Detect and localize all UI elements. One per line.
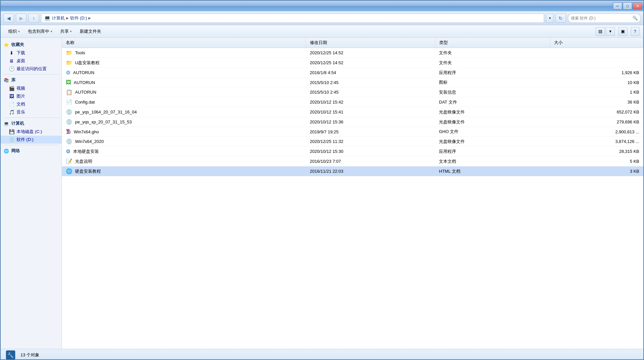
file-type-cell: 图标	[435, 78, 550, 87]
table-row[interactable]: ⚙ 本地硬盘安装 2020/10/12 15:30 应用程序 28,315 KB	[62, 147, 643, 157]
col-date-header[interactable]: 修改日期	[306, 38, 435, 48]
sidebar-item-recent[interactable]: 🕐 最近访问的位置	[1, 65, 62, 73]
address-dropdown[interactable]: ▾	[546, 14, 553, 23]
search-input[interactable]	[571, 16, 631, 21]
file-icon-name: 📁 Tools	[66, 50, 85, 56]
file-name-cell: 📋 AUTORUN	[62, 87, 306, 97]
path-computer[interactable]: 计算机	[52, 15, 65, 21]
preview-button[interactable]: ▣	[618, 27, 627, 36]
sidebar-header-computer[interactable]: 💻 计算机	[1, 119, 62, 128]
include-library-button[interactable]: 包含到库中 ▾	[24, 27, 56, 36]
file-size-cell: 3,874,126 ...	[550, 137, 643, 147]
recent-icon: 🕐	[9, 66, 15, 71]
status-app-icon: 🔧	[5, 350, 17, 360]
table-row[interactable]: ⚙ AUTORUN 2016/1/8 4:54 应用程序 1,926 KB	[62, 68, 643, 78]
favorites-icon: ⭐	[3, 42, 9, 47]
table-row[interactable]: 💿 Win7x64_2020 2020/12/25 11:32 光盘映像文件 3…	[62, 137, 643, 147]
file-type-cell: HTML 文档	[435, 166, 550, 176]
window-frame: ─ □ ✕ ◀ ▶ ↑ 💻 计算机 ▶ 软件 (D:) ▶ ▾ ↻	[0, 0, 644, 360]
file-size-cell: 279,696 KB	[550, 117, 643, 127]
sidebar-item-download[interactable]: ⬇ 下载	[1, 49, 62, 57]
computer-label: 计算机	[11, 120, 24, 126]
col-name-header[interactable]: 名称	[62, 38, 306, 48]
picture-icon: 🖼	[9, 94, 15, 99]
refresh-button[interactable]: ↻	[555, 14, 566, 23]
sidebar-item-drive-c[interactable]: 💾 本地磁盘 (C:)	[1, 128, 62, 136]
col-type-header[interactable]: 类型	[435, 38, 550, 48]
forward-button[interactable]: ▶	[16, 14, 26, 23]
close-button[interactable]: ✕	[633, 2, 642, 10]
recent-label: 最近访问的位置	[17, 66, 47, 72]
title-bar-buttons: ─ □ ✕	[613, 2, 642, 10]
address-bar: ◀ ▶ ↑ 💻 计算机 ▶ 软件 (D:) ▶ ▾ ↻ 🔍	[1, 11, 643, 25]
file-name-cell: 💿 pe_yqs_1064_20_07_31_16_04	[62, 107, 306, 117]
file-name-text: Win7x64_2020	[75, 139, 104, 144]
sidebar-header-network[interactable]: 🌐 网络	[1, 147, 62, 155]
up-button[interactable]: ↑	[28, 14, 39, 23]
video-icon: 🎬	[9, 86, 15, 91]
file-date-cell: 2015/5/10 2:45	[306, 87, 435, 97]
sidebar-item-drive-d[interactable]: 💿 软件 (D:)	[1, 136, 62, 144]
sidebar-item-document[interactable]: 📄 文档	[1, 100, 62, 108]
share-button[interactable]: 共享 ▾	[57, 27, 75, 36]
file-name-cell: 🗜 Win7x64.gho	[62, 127, 306, 137]
path-drive[interactable]: 软件 (D:)	[70, 15, 87, 21]
header-row: 名称 修改日期 类型 大小	[62, 38, 643, 48]
file-name-text: AUTORUN	[73, 70, 94, 75]
file-name-cell: ⚙ 本地硬盘安装	[62, 147, 306, 157]
back-button[interactable]: ◀	[3, 14, 14, 23]
sidebar-header-library[interactable]: 📚 库	[1, 76, 62, 84]
col-size-header[interactable]: 大小	[550, 38, 643, 48]
share-arrow: ▾	[70, 30, 72, 33]
table-row[interactable]: 📄 Config.dat 2020/10/12 15:42 DAT 文件 36 …	[62, 97, 643, 107]
table-row[interactable]: 📁 Tools 2020/12/25 14:52 文件夹	[62, 48, 643, 58]
title-bar: ─ □ ✕	[1, 1, 643, 11]
status-object-count: 13 个对象	[21, 352, 39, 358]
file-date-cell: 2015/5/10 2:45	[306, 78, 435, 87]
file-icon-name: 🖼 AUTORUN	[66, 79, 95, 85]
file-size-cell: 1 KB	[550, 87, 643, 97]
table-row[interactable]: 🗜 Win7x64.gho 2019/9/7 19:25 GHO 文件 2,90…	[62, 127, 643, 137]
sidebar-item-desktop[interactable]: 🖥 桌面	[1, 57, 62, 65]
file-icon-name: 📁 U盘安装教程	[66, 60, 100, 66]
sidebar-item-video[interactable]: 🎬 视频	[1, 84, 62, 92]
view-toggle-button[interactable]: ▤	[596, 27, 605, 36]
file-table-body: 📁 Tools 2020/12/25 14:52 文件夹 📁 U盘安装教程 20…	[62, 48, 643, 176]
file-type-cell: 文本文档	[435, 157, 550, 166]
table-row[interactable]: 🖼 AUTORUN 2015/5/10 2:45 图标 10 KB	[62, 78, 643, 87]
file-type-cell: 应用程序	[435, 68, 550, 78]
file-date-cell: 2016/1/8 4:54	[306, 68, 435, 78]
sidebar-header-favorites[interactable]: ⭐ 收藏夹	[1, 40, 62, 49]
table-row[interactable]: 📝 光盘说明 2016/10/23 7:07 文本文档 5 KB	[62, 157, 643, 166]
file-type-cell: DAT 文件	[435, 97, 550, 107]
table-row[interactable]: 💿 pe_yqs_1064_20_07_31_16_04 2020/10/12 …	[62, 107, 643, 117]
file-size-cell: 36 KB	[550, 97, 643, 107]
file-name-text: 本地硬盘安装	[73, 149, 99, 155]
maximize-button[interactable]: □	[623, 2, 632, 10]
dropdown-arrow-icon: ▾	[549, 16, 551, 20]
table-row[interactable]: 💿 pe_yqs_xp_20_07_31_15_53 2020/10/12 15…	[62, 117, 643, 127]
file-name-text: 硬盘安装教程	[75, 168, 101, 174]
drive-d-icon: 💿	[9, 137, 15, 142]
file-name-text: AUTORUN	[75, 90, 96, 95]
help-icon: ?	[634, 29, 636, 34]
preview-icon: ▣	[621, 29, 625, 34]
table-row[interactable]: 📋 AUTORUN 2015/5/10 2:45 安装信息 1 KB	[62, 87, 643, 97]
table-row[interactable]: 🌐 硬盘安装教程 2016/11/21 22:03 HTML 文档 3 KB	[62, 166, 643, 176]
sidebar-item-picture[interactable]: 🖼 图片	[1, 92, 62, 100]
view-dropdown-button[interactable]: ▾	[606, 27, 615, 36]
computer-sidebar-icon: 💻	[3, 121, 9, 126]
file-icon-name: 💿 pe_yqs_xp_20_07_31_15_53	[66, 119, 132, 125]
minimize-button[interactable]: ─	[613, 2, 622, 10]
file-date-cell: 2020/10/12 15:36	[306, 117, 435, 127]
table-row[interactable]: 📁 U盘安装教程 2020/12/25 14:52 文件夹	[62, 58, 643, 68]
file-date-cell: 2020/12/25 14:52	[306, 58, 435, 68]
sidebar-item-music[interactable]: 🎵 音乐	[1, 108, 62, 116]
sidebar-section-network: 🌐 网络	[1, 147, 62, 155]
organize-button[interactable]: 组织 ▾	[5, 27, 23, 36]
help-button[interactable]: ?	[631, 27, 639, 36]
file-name-text: U盘安装教程	[75, 60, 100, 66]
address-path: 💻 计算机 ▶ 软件 (D:) ▶	[41, 14, 544, 23]
include-library-label: 包含到库中	[28, 28, 49, 34]
new-folder-button[interactable]: 新建文件夹	[76, 27, 105, 36]
